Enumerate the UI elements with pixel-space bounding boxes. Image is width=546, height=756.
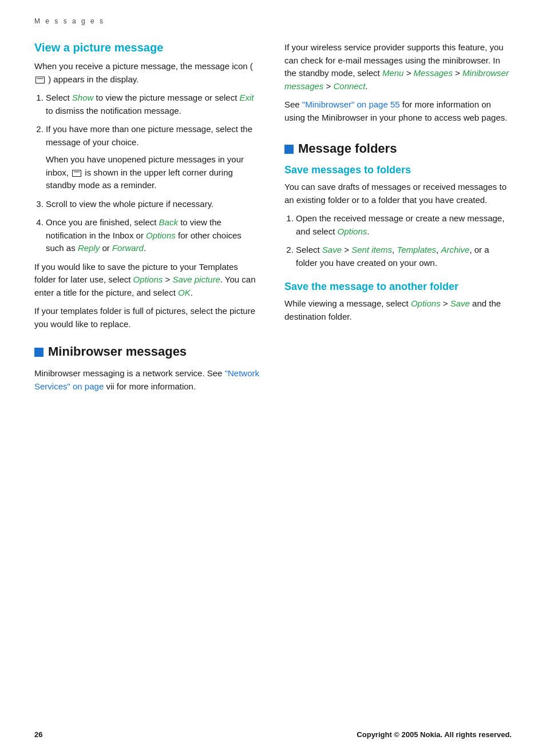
save-messages-title: Save messages to folders: [284, 164, 512, 176]
exit-link: Exit: [240, 93, 254, 102]
minibrowser-title: Minibrowser messages: [34, 344, 262, 359]
sent-items-link: Sent items: [351, 245, 392, 254]
view-picture-title: View a picture message: [34, 41, 262, 54]
message-icon: [35, 77, 45, 83]
connect-link: Connect: [333, 81, 365, 91]
right-intro-para: If your wireless service provider suppor…: [284, 41, 512, 93]
page-footer: 26 Copyright © 2005 Nokia. All rights re…: [34, 730, 512, 739]
list-item: Select Save > Sent items, Templates, Arc…: [296, 244, 512, 269]
see-minibrowser-para: See "Minibrowser" on page 55 for more in…: [284, 98, 512, 124]
options-link-2: Options: [338, 226, 367, 236]
ok-link: OK: [178, 288, 191, 297]
save-messages-steps: Open the received message or create a ne…: [296, 212, 512, 269]
show-link: Show: [72, 93, 94, 102]
page: M e s s a g e s View a picture message W…: [0, 0, 546, 756]
list-item: Select Show to view the picture message …: [46, 91, 262, 117]
message-icon-2: [72, 170, 81, 177]
two-col-layout: View a picture message When you receive …: [34, 41, 512, 403]
right-column: If your wireless service provider suppor…: [284, 41, 512, 403]
list-item: Open the received message or create a ne…: [296, 212, 512, 238]
message-folders-section: Message folders Save messages to folders…: [284, 141, 512, 323]
reply-link: Reply: [78, 243, 100, 253]
minibrowser-page-link[interactable]: "Minibrowser" on page 55: [302, 100, 400, 109]
minibrowser-para: Minibrowser messaging is a network servi…: [34, 367, 262, 393]
minibrowser-section: Minibrowser messages Minibrowser messagi…: [34, 344, 262, 393]
blue-square-icon: [34, 348, 43, 357]
menu-link: Menu: [382, 68, 404, 78]
view-picture-steps: Select Show to view the picture message …: [46, 91, 262, 255]
page-number: 26: [34, 730, 42, 739]
copyright-text: Copyright © 2005 Nokia. All rights reser…: [357, 730, 512, 739]
left-column: View a picture message When you receive …: [34, 41, 262, 403]
save-picture-link: Save picture: [172, 274, 220, 284]
blue-square-icon-2: [284, 145, 294, 154]
list-item: Once you are finished, select Back to vi…: [46, 216, 262, 255]
save-link: Save: [322, 245, 342, 254]
list-item: If you have more than one picture messag…: [46, 123, 262, 192]
archive-link: Archive: [441, 245, 469, 254]
forward-link: Forward: [112, 243, 144, 253]
options-save-link: Options: [133, 274, 163, 284]
save-link-2: Save: [450, 299, 470, 308]
page-header: M e s s a g e s: [34, 17, 512, 25]
save-messages-para: You can save drafts of messages or recei…: [284, 181, 512, 206]
back-link: Back: [159, 217, 178, 227]
list-item: Scroll to view the whole picture if nece…: [46, 198, 262, 211]
save-picture-para: If you would like to save the picture to…: [34, 261, 262, 300]
save-another-title: Save the message to another folder: [284, 281, 512, 293]
messages-link: Messages: [414, 68, 453, 78]
options-link-3: Options: [411, 299, 441, 308]
message-folders-title: Message folders: [284, 141, 512, 156]
options-link: Options: [146, 230, 176, 240]
view-picture-intro: When you receive a picture message, the …: [34, 60, 262, 86]
templates-para: If your templates folder is full of pict…: [34, 305, 262, 331]
save-another-para: While viewing a message, select Options …: [284, 297, 512, 323]
templates-link: Templates: [397, 245, 436, 254]
